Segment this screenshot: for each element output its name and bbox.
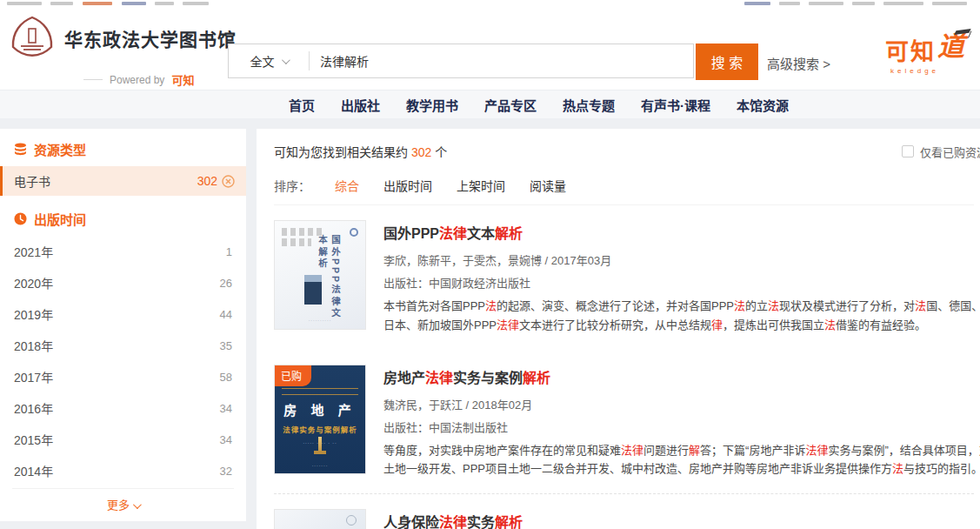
filter-count: 302	[197, 174, 217, 188]
book-result: THE INSURANCE LAW&PRACTICE 人身保险法律实务解析 人身…	[274, 493, 974, 529]
results-count: 302	[411, 145, 431, 159]
filter-sidebar: 资源类型 电子书 302 出版时间	[0, 129, 246, 529]
more-years-link[interactable]: 更多	[12, 488, 234, 521]
pub-time-filter-row[interactable]: 2015年 34	[0, 424, 246, 455]
topbar-clipped-text	[744, 2, 770, 5]
search-input[interactable]	[310, 54, 693, 68]
topbar-clipped-text	[155, 2, 174, 5]
book-title[interactable]: 国外PPP法律文本解析	[383, 222, 980, 243]
cover-publisher-text: ··········	[275, 318, 365, 323]
header: 华东政法大学图书馆 Powered by 可知 全文 搜 索 高级搜索 > 可知…	[0, 9, 980, 90]
filter-label: 2015年	[14, 431, 53, 448]
chevron-down-icon	[133, 500, 142, 509]
keledge-logo[interactable]: 可知 道 keledge	[885, 33, 964, 75]
filter-label: 电子书	[14, 172, 50, 190]
book-cover[interactable]: 国外PPP法律文本解析 ··········	[274, 220, 366, 330]
only-purchased-checkbox[interactable]	[902, 145, 914, 157]
sort-option[interactable]: 综合	[335, 177, 359, 194]
book-publisher: 出版社：中国财政经济出版社	[383, 274, 980, 291]
cover-decoration	[282, 238, 311, 246]
filter-label: 2020年	[14, 274, 53, 291]
sort-row: 排序： 综合出版时间上架时间阅读量	[274, 165, 974, 205]
sort-option[interactable]: 上架时间	[457, 177, 505, 194]
topbar-clipped-text	[883, 2, 923, 5]
topbar-clipped-text	[779, 2, 800, 5]
sort-option[interactable]: 阅读量	[530, 177, 566, 194]
book-info: 房地产法律实务与案例解析 魏济民，于跃江 / 2018年02月 出版社：中国法制…	[383, 365, 980, 479]
filter-active-ebook[interactable]: 电子书 302	[0, 166, 246, 196]
search-button[interactable]: 搜 索	[696, 44, 758, 80]
pub-time-filter-row[interactable]: 2021年 1	[0, 236, 246, 267]
book-description: 等角度，对实践中房地产案件存在的常见和疑难法律问题进行解答；下篇“房地产非诉法律…	[383, 441, 980, 479]
cover-decoration	[282, 394, 358, 395]
nav-item[interactable]: 首页	[289, 96, 315, 114]
database-icon	[14, 143, 27, 156]
nav-item[interactable]: 产品专区	[484, 96, 537, 114]
only-purchased-toggle: 仅看已购资源	[902, 144, 980, 160]
pub-time-filter-row[interactable]: 2016年 34	[0, 392, 246, 424]
pub-time-filter-row[interactable]: 2019年 44	[0, 298, 246, 330]
university-emblem-icon	[9, 15, 56, 62]
keledge-logo-glyph: 道	[937, 33, 964, 60]
filter-label: 2017年	[14, 368, 53, 385]
library-name: 华东政法大学图书馆	[64, 25, 237, 51]
powered-dash	[83, 79, 103, 80]
pub-time-list: 2021年 1 2020年 26 2019年 44 2018年	[0, 236, 246, 486]
topbar-clipped-text	[7, 2, 42, 5]
book-info: 国外PPP法律文本解析 李欣，陈新平，于雯杰，景婉博 / 2017年03月 出版…	[383, 220, 980, 335]
resource-type-header: 资源类型	[0, 129, 246, 166]
powered-by-text: Powered by	[110, 74, 164, 86]
filter-count: 1	[226, 245, 232, 258]
topbar-clipped-text	[852, 2, 875, 5]
results-panel: 可知为您找到相关结果约302个 仅看已购资源 排序： 综合出版时间上架时间阅读量…	[257, 129, 980, 529]
nav-item[interactable]: 热点专题	[563, 96, 615, 114]
search-scope-dropdown[interactable]: 全文	[229, 44, 309, 77]
pub-time-header: 出版时间	[0, 196, 246, 236]
topbar-clipped-text	[122, 2, 146, 5]
cover-decoration	[282, 388, 358, 389]
book-publisher: 出版社：中国法制出版社	[383, 419, 980, 435]
book-title[interactable]: 房地产法律实务与案例解析	[383, 366, 980, 387]
filter-label: 2018年	[14, 337, 53, 354]
topbar-clipped-text	[83, 2, 112, 5]
sort-label: 排序：	[274, 177, 310, 194]
filter-count: 35	[220, 339, 232, 352]
sort-options: 综合出版时间上架时间阅读量	[335, 177, 566, 194]
nav-item[interactable]: 本馆资源	[737, 96, 789, 114]
book-title[interactable]: 人身保险法律实务解析	[383, 511, 974, 529]
advanced-search-link[interactable]: 高级搜索 >	[767, 54, 830, 72]
filter-count: 34	[220, 402, 232, 415]
clock-icon	[14, 212, 27, 225]
powered-by: Powered by 可知	[83, 71, 194, 88]
pub-time-filter-row[interactable]: 2018年 35	[0, 330, 246, 361]
cover-subtitle: 法律实务与案例解析	[275, 424, 365, 434]
book-authors: 李欣，陈新平，于雯杰，景婉博 / 2017年03月	[383, 251, 980, 268]
remove-filter-icon[interactable]	[222, 175, 235, 188]
filter-count: 44	[220, 308, 232, 321]
pub-time-filter-row[interactable]: 2017年 58	[0, 361, 246, 392]
powered-brand: 可知	[171, 71, 194, 88]
filter-card-main: 资源类型 电子书 302 出版时间	[0, 129, 246, 521]
book-description: 本书首先对各国PPP法的起源、演变、概念进行了论述，并对各国PPP法的立法现状及…	[383, 297, 980, 335]
nav-item[interactable]: 出版社	[341, 96, 380, 114]
pub-time-filter-row[interactable]: 2020年 26	[0, 267, 246, 298]
top-utility-bar-clipped	[0, 0, 980, 9]
pub-time-title: 出版时间	[34, 210, 86, 228]
content: 资源类型 电子书 302 出版时间	[0, 118, 980, 529]
cover-logo	[346, 515, 357, 526]
nav-item[interactable]: 教学用书	[406, 96, 458, 114]
book-authors: 魏济民，于跃江 / 2018年02月	[383, 396, 980, 412]
pub-time-filter-row[interactable]: 2014年 32	[0, 455, 246, 486]
topbar-clipped-text	[183, 2, 209, 5]
book-cover[interactable]: THE INSURANCE LAW&PRACTICE 人身保险法律实务解析	[274, 509, 366, 529]
topbar-clipped-text	[50, 2, 73, 5]
filter-label: 2021年	[14, 243, 53, 260]
book-cover[interactable]: 已购 房 地 产 法律实务与案例解析 ····· ···· · ·· ·····…	[274, 365, 366, 474]
library-logo: 华东政法大学图书馆	[9, 15, 237, 62]
sort-option[interactable]: 出版时间	[383, 177, 432, 194]
keledge-logo-text: 可知	[885, 33, 936, 67]
topbar-clipped-text	[932, 2, 967, 5]
cover-title: 房 地 产	[275, 400, 365, 419]
filter-label: 2019年	[14, 305, 53, 323]
nav-item[interactable]: 有声书·课程	[641, 96, 710, 114]
